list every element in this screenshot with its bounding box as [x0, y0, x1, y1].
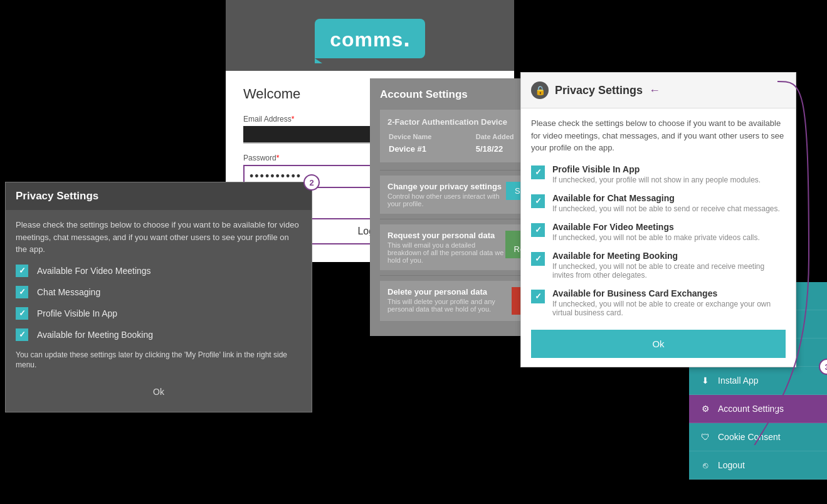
privacy-right-item-bizcard: ✓ Available for Business Card Exchanges …	[531, 288, 786, 317]
privacy-row-desc: Control how other users interact with yo…	[387, 192, 506, 207]
privacy-footer-text: You can update these settings later by c…	[16, 350, 302, 371]
right-item-desc-bizcard: If unchecked, you will not be able to cr…	[552, 300, 786, 317]
right-checkbox-video[interactable]: ✓	[531, 223, 545, 237]
privacy-left-body: Please check the settings below to choos…	[6, 210, 312, 412]
sidebar-item-account-settings[interactable]: ⚙ Account Settings	[689, 395, 827, 423]
right-item-text-chat: Available for Chat Messaging If unchecke…	[552, 193, 780, 213]
logo-dot: .	[403, 25, 410, 51]
checkbox-chat[interactable]: ✓	[16, 286, 28, 298]
right-item-text-booking: Available for Meeting Booking If uncheck…	[552, 251, 786, 280]
logout-label: Logout	[718, 460, 745, 470]
privacy-check-meeting: ✓ Available for Meeting Booking	[16, 328, 302, 341]
privacy-right-header: 🔒 Privacy Settings ←	[521, 73, 796, 108]
right-item-desc-booking: If unchecked, you will not be able to cr…	[552, 262, 786, 280]
login-header: comms.	[226, 0, 514, 71]
sidebar-item-cookie-consent[interactable]: 🛡 Cookie Consent	[689, 423, 827, 451]
right-item-desc-profile: If unchecked, your profile will not show…	[552, 176, 761, 184]
right-item-title-chat: Available for Chat Messaging	[552, 193, 780, 203]
checkbox-video[interactable]: ✓	[16, 265, 28, 277]
privacy-right-item-profile: ✓ Profile Visible In App If unchecked, y…	[531, 164, 786, 184]
install-app-label: Install App	[718, 375, 759, 386]
privacy-check-video: ✓ Available For Video Meetings	[16, 265, 302, 277]
privacy-right-body: Please check the settings below to choos…	[521, 108, 796, 367]
sidebar-item-logout[interactable]: ⎋ Logout	[689, 451, 827, 480]
right-checkbox-profile[interactable]: ✓	[531, 165, 545, 179]
install-app-icon: ⬇	[699, 374, 712, 387]
privacy-left-description: Please check the settings below to choos…	[16, 219, 302, 256]
delete-row-desc: This will delete your profile and any pe…	[387, 298, 512, 313]
personal-row-desc: This will email you a detailed breakdown…	[387, 241, 505, 264]
logo: comms.	[315, 19, 425, 58]
step-badge-2: 2	[303, 174, 320, 191]
account-settings-icon: ⚙	[699, 402, 712, 415]
right-item-desc-chat: If unchecked, you will not be able to se…	[552, 204, 780, 213]
right-item-title-booking: Available for Meeting Booking	[552, 251, 786, 261]
privacy-right-item-booking: ✓ Available for Meeting Booking If unche…	[531, 251, 786, 280]
device-col1: Device Name	[389, 133, 475, 143]
personal-row-title: Request your personal data	[387, 231, 505, 240]
checkbox-meeting[interactable]: ✓	[16, 328, 28, 341]
right-item-title-profile: Profile Visible In App	[552, 164, 761, 174]
privacy-settings-left: 2 Privacy Settings Please check the sett…	[5, 182, 312, 412]
label-profile: Profile Visible In App	[37, 308, 117, 318]
device-name: Device #1	[389, 144, 475, 154]
privacy-right-item-video: ✓ Available For Video Meetings If unchec…	[531, 222, 786, 242]
step-badge-3: 3	[819, 359, 827, 375]
delete-row-title: Delete your personal data	[387, 287, 512, 297]
right-checkbox-chat[interactable]: ✓	[531, 194, 545, 208]
right-item-desc-video: If unchecked, you will not be able to ma…	[552, 233, 760, 242]
privacy-left-title: Privacy Settings	[16, 190, 302, 202]
privacy-check-profile: ✓ Profile Visible In App	[16, 307, 302, 320]
privacy-right-header-icon: 🔒	[531, 81, 549, 99]
checkbox-profile[interactable]: ✓	[16, 307, 28, 320]
right-item-text-video: Available For Video Meetings If unchecke…	[552, 222, 760, 242]
label-chat: Chat Messaging	[37, 287, 100, 297]
ok-button-right[interactable]: Ok	[531, 330, 786, 358]
privacy-right-title: Privacy Settings	[555, 84, 643, 97]
right-checkbox-bizcard[interactable]: ✓	[531, 290, 545, 303]
privacy-left-header: Privacy Settings	[6, 182, 312, 210]
privacy-right-arrow: ←	[649, 84, 660, 97]
right-item-title-bizcard: Available for Business Card Exchanges	[552, 288, 786, 298]
right-item-title-video: Available For Video Meetings	[552, 222, 760, 232]
sidebar-item-install-app[interactable]: ⬇ Install App 3	[689, 367, 827, 395]
right-checkbox-booking[interactable]: ✓	[531, 252, 545, 266]
label-video: Available For Video Meetings	[37, 266, 151, 276]
ok-button-left[interactable]: Ok	[16, 381, 302, 403]
logout-icon: ⎋	[699, 459, 712, 471]
privacy-check-chat: ✓ Chat Messaging	[16, 286, 302, 298]
account-settings-label: Account Settings	[718, 404, 784, 414]
right-item-text-profile: Profile Visible In App If unchecked, you…	[552, 164, 761, 184]
cookie-consent-label: Cookie Consent	[718, 432, 781, 442]
privacy-row-title: Change your privacy settings	[387, 182, 506, 191]
logo-text: comms	[330, 28, 403, 51]
right-item-text-bizcard: Available for Business Card Exchanges If…	[552, 288, 786, 317]
privacy-right-description: Please check the settings below to choos…	[531, 117, 786, 154]
privacy-right-item-chat: ✓ Available for Chat Messaging If unchec…	[531, 193, 786, 213]
label-meeting: Available for Meeting Booking	[37, 330, 153, 340]
cookie-consent-icon: 🛡	[699, 431, 712, 443]
privacy-settings-right: 🔒 Privacy Settings ← Please check the se…	[520, 72, 796, 367]
